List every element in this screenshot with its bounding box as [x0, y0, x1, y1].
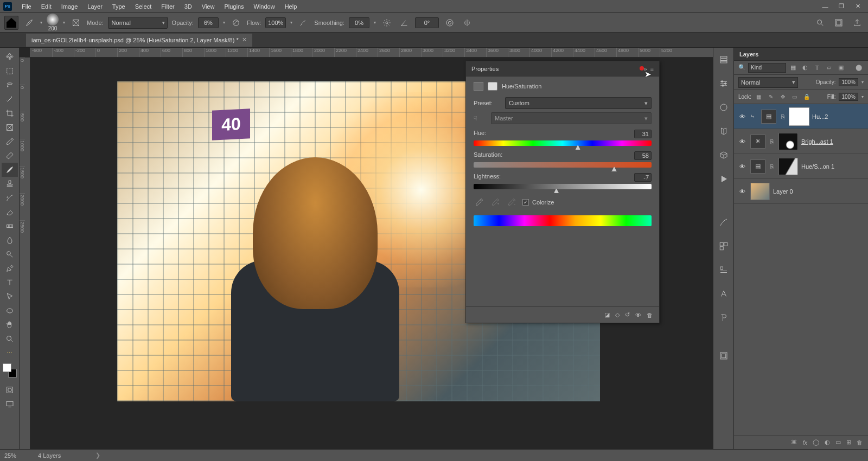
hue-value[interactable]: 31	[634, 130, 652, 138]
quick-mask-icon[interactable]	[2, 383, 18, 397]
smoothing-field[interactable]: 0%	[349, 17, 369, 28]
filter-pixel-icon[interactable]: ▦	[788, 63, 798, 73]
layer-opacity-field[interactable]: 100%	[839, 78, 858, 86]
layer-item-bright[interactable]: 👁 ☀ ⎘ Brigh...ast 1	[734, 129, 868, 154]
airbrush-icon[interactable]	[297, 16, 310, 29]
opacity-field[interactable]: 6%	[198, 17, 219, 28]
new-layer-icon[interactable]: ⊞	[846, 439, 851, 446]
menu-3d[interactable]: 3D	[180, 2, 196, 11]
search-icon[interactable]	[814, 16, 827, 29]
menu-edit[interactable]: Edit	[37, 2, 56, 11]
filter-adjust-icon[interactable]: ◐	[800, 63, 810, 73]
hand-tool[interactable]	[2, 318, 18, 332]
lock-all-icon[interactable]: 🔒	[802, 93, 811, 101]
brush-tool-preset-icon[interactable]	[23, 16, 36, 29]
swatches-icon[interactable]	[716, 239, 731, 254]
filter-smart-icon[interactable]: ▣	[836, 63, 846, 73]
hue-slider[interactable]	[474, 140, 652, 146]
lasso-tool[interactable]	[2, 78, 18, 92]
doc-info[interactable]: 4 Layers❯	[38, 452, 100, 459]
wand-tool[interactable]	[2, 92, 18, 106]
history-brush-tool[interactable]	[2, 191, 18, 205]
delete-layer-icon[interactable]: 🗑	[857, 439, 863, 446]
pen-tool[interactable]	[2, 261, 18, 276]
saturation-value[interactable]: 58	[634, 151, 652, 160]
panel-header[interactable]: Properties » ≡	[466, 61, 659, 76]
path-select-tool[interactable]	[2, 290, 18, 304]
channel-dropdown[interactable]: Master	[491, 112, 652, 124]
menu-window[interactable]: Window	[250, 2, 279, 11]
filter-shape-icon[interactable]: ▱	[824, 63, 834, 73]
layer-item-layer0[interactable]: 👁 Layer 0	[734, 179, 868, 204]
blend-mode-dropdown[interactable]: Normal	[108, 17, 168, 29]
lock-nesting-icon[interactable]: ▭	[790, 93, 799, 101]
brush-settings-icon[interactable]	[69, 16, 82, 29]
flow-field[interactable]: 100%	[265, 17, 286, 28]
edit-toolbar[interactable]: ⋯	[2, 346, 18, 360]
fx-icon[interactable]: fx	[802, 439, 807, 446]
glyphs-icon[interactable]	[716, 310, 731, 325]
layer-blend-dropdown[interactable]: Normal	[738, 77, 798, 88]
visibility-icon[interactable]: 👁	[737, 188, 747, 195]
menu-plugins[interactable]: Plugins	[220, 2, 248, 11]
eyedropper-minus-icon[interactable]	[506, 197, 517, 208]
symmetry-icon[interactable]	[461, 16, 474, 29]
adjustments-icon[interactable]	[716, 76, 731, 91]
window-maximize[interactable]: ❐	[834, 2, 848, 11]
fill-field[interactable]: 100%	[839, 93, 858, 101]
eraser-tool[interactable]	[2, 205, 18, 219]
toggle-visibility-icon[interactable]: 👁	[635, 312, 641, 318]
3d-icon[interactable]	[716, 148, 731, 163]
visibility-icon[interactable]: 👁	[737, 163, 747, 170]
share-icon[interactable]	[851, 16, 864, 29]
reset-icon[interactable]: ↺	[625, 311, 630, 318]
mask-thumb[interactable]	[789, 108, 809, 125]
healing-tool[interactable]	[2, 149, 18, 163]
character-icon[interactable]	[716, 286, 731, 302]
group-icon[interactable]: ▭	[835, 439, 841, 446]
menu-image[interactable]: Image	[57, 2, 82, 11]
filter-toggle[interactable]: ⬤	[854, 63, 864, 73]
menu-type[interactable]: Type	[108, 2, 130, 11]
smoothing-options-icon[interactable]	[380, 16, 393, 29]
blur-tool[interactable]	[2, 233, 18, 247]
mask-icon[interactable]: ◯	[813, 439, 819, 446]
eyedropper-plus-icon[interactable]	[490, 197, 501, 208]
layer-name[interactable]: Brigh...ast 1	[801, 138, 833, 145]
layers-tab[interactable]: Layers	[734, 48, 868, 61]
clip-to-layer-icon[interactable]: ◪	[604, 311, 610, 318]
properties-dock-icon[interactable]	[716, 348, 731, 363]
menu-layer[interactable]: Layer	[83, 2, 107, 11]
filter-type-icon[interactable]: T	[812, 63, 822, 73]
crop-tool[interactable]	[2, 106, 18, 120]
angle-field[interactable]: 0°	[415, 17, 439, 28]
color-icon[interactable]	[716, 100, 731, 115]
marquee-tool[interactable]	[2, 64, 18, 78]
lock-pixels-icon[interactable]: ✎	[767, 93, 775, 101]
layer-name[interactable]: Layer 0	[773, 188, 793, 195]
menu-filter[interactable]: Filter	[157, 2, 178, 11]
link-layers-icon[interactable]: ⌘	[791, 439, 797, 446]
brush-tool[interactable]	[2, 163, 18, 177]
gradient-tool[interactable]	[2, 219, 18, 233]
mask-thumb[interactable]	[778, 158, 798, 175]
frame-tool[interactable]	[2, 120, 18, 135]
visibility-icon[interactable]: 👁	[737, 113, 747, 120]
lock-transparency-icon[interactable]: ▦	[755, 93, 763, 101]
eyedropper-icon[interactable]	[474, 197, 484, 208]
screen-mode-icon[interactable]	[2, 397, 18, 411]
colorize-checkbox[interactable]: ✓ Colorize	[522, 199, 554, 206]
pressure-size-icon[interactable]	[443, 16, 456, 29]
stamp-tool[interactable]	[2, 177, 18, 191]
preset-dropdown[interactable]: Custom	[505, 97, 652, 109]
shape-tool[interactable]	[2, 304, 18, 318]
paragraph-icon[interactable]	[716, 262, 731, 278]
adjustment-layer-icon[interactable]: ◐	[825, 439, 830, 446]
move-tool[interactable]	[2, 50, 18, 64]
close-tab-icon[interactable]: ✕	[242, 36, 247, 43]
layer-item-huesat2[interactable]: 👁 ⤷ ▤ ⎘ Hu...2	[734, 104, 868, 129]
delete-adjustment-icon[interactable]: 🗑	[647, 312, 653, 318]
filter-kind-dropdown[interactable]: Kind	[748, 63, 786, 73]
zoom-level[interactable]: 25%	[4, 452, 16, 459]
brush-preview[interactable]: 200	[47, 14, 59, 31]
